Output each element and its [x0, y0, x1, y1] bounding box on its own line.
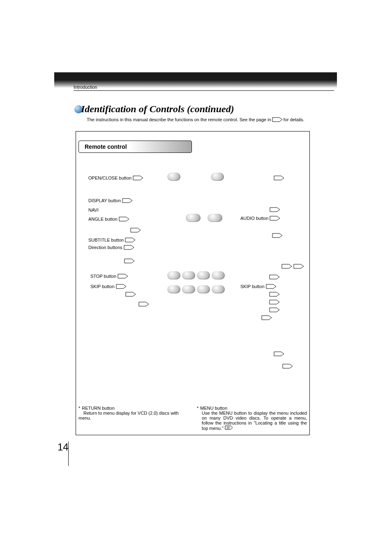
page-ref-icon	[138, 302, 149, 307]
page-ref-icon	[125, 292, 136, 297]
label-skip-right-text: SKIP button	[240, 284, 265, 289]
page-ref-icon	[272, 233, 283, 238]
label-navi-text: NAVI	[88, 208, 99, 212]
label-skip-left: SKIP button	[90, 284, 127, 289]
label-audio: AUDIO button	[240, 216, 280, 221]
label-angle: ANGLE button	[88, 217, 129, 222]
page-ref-icon	[269, 300, 280, 305]
page-ref-lone-3	[125, 292, 136, 297]
page-ref-icon	[282, 364, 293, 369]
label-stop: STOP button	[90, 274, 128, 279]
page-ref-icon	[118, 274, 128, 279]
footnote-menu-body: Use the MENU button to display the menu …	[202, 411, 307, 431]
label-open-close-text: OPEN/CLOSE button	[88, 175, 131, 180]
page-ref-right-pair	[281, 264, 304, 269]
label-display-text: DISPLAY button	[88, 198, 121, 203]
page-title-wrap: Identification of Controls (continued)	[74, 104, 234, 115]
page-ref-icon	[124, 245, 134, 250]
page-ref-lone-4	[138, 302, 149, 307]
remote-button-icon	[186, 214, 201, 222]
label-skip-right: SKIP button	[240, 284, 277, 289]
page-ref-lone-1	[130, 228, 141, 233]
page-number-divider	[68, 441, 69, 466]
label-subtitle-text: SUBTITLE button	[88, 238, 124, 242]
page-ref-icon	[261, 315, 272, 320]
intro-text: The instructions in this manual describe…	[87, 117, 304, 122]
remote-button-icon	[167, 285, 180, 293]
page-ref-icon	[269, 275, 280, 279]
remote-button-icon	[212, 271, 225, 279]
label-stop-text: STOP button	[90, 274, 116, 279]
footnote-return-body: Return to menu display for VCD (2.0) dis…	[78, 411, 179, 420]
page-ref-icon	[281, 264, 292, 269]
section-label: Introduction	[74, 85, 97, 90]
footnote-return: * RETURN button Return to menu display f…	[78, 406, 189, 431]
page-ref-icon	[293, 264, 304, 269]
page-ref-icon	[124, 259, 135, 263]
page-ref-right-9	[274, 351, 284, 356]
remote-button-icon	[208, 214, 222, 222]
page-ref-right-8	[261, 315, 272, 320]
page-ref-30-icon: 30	[225, 425, 233, 430]
remote-button-icon	[212, 285, 225, 293]
label-angle-text: ANGLE button	[88, 217, 118, 222]
footnote-star: *	[78, 406, 80, 411]
label-skip-left-text: SKIP button	[90, 284, 115, 289]
remote-button-icon	[197, 271, 210, 279]
label-navi: NAVI	[88, 208, 99, 212]
page-ref-icon	[274, 175, 284, 180]
page-ref-icon	[122, 198, 133, 203]
page-ref-icon	[116, 284, 127, 289]
footnote-menu: * MENU button Use the MENU button to dis…	[197, 406, 307, 431]
page-ref-icon	[270, 216, 280, 221]
page-ref-right-7	[269, 307, 280, 312]
label-direction-text: Direction buttons	[88, 245, 122, 250]
label-display: DISPLAY button	[88, 198, 133, 203]
intro-a: The instructions in this manual describe…	[87, 117, 271, 122]
intro-b: for details.	[284, 117, 304, 122]
page-number: 14	[58, 441, 69, 453]
label-open-close: OPEN/CLOSE button	[88, 175, 143, 180]
page-title: Identification of Controls (continued)	[81, 104, 234, 115]
page-ref-right-4	[269, 275, 280, 279]
remote-button-icon	[182, 285, 195, 293]
remote-control-box: Remote control OPEN/CLOSE button DISPLAY…	[76, 131, 310, 435]
page-ref-icon	[274, 351, 284, 356]
page-ref-right-2	[270, 207, 280, 212]
svg-text:30: 30	[226, 426, 230, 429]
remote-button-icon	[167, 173, 180, 181]
page-ref-icon	[269, 292, 280, 297]
footnote-return-head: RETURN button	[82, 406, 114, 411]
label-direction: Direction buttons	[88, 245, 134, 250]
box-title: Remote control	[85, 143, 127, 150]
label-audio-text: AUDIO button	[240, 216, 268, 221]
page-ref-right-1	[274, 175, 284, 180]
remote-button-icon	[197, 285, 210, 293]
page-ref-icon	[266, 284, 277, 289]
page-ref-right-10	[282, 364, 293, 369]
page-ref-icon	[130, 228, 141, 233]
page-ref-icon	[272, 117, 283, 122]
remote-button-icon	[182, 271, 195, 279]
footnotes: * RETURN button Return to menu display f…	[78, 406, 307, 431]
page-ref-icon	[269, 307, 280, 312]
footnote-menu-head: MENU button	[200, 406, 227, 411]
remote-button-icon	[167, 271, 180, 279]
footnote-star: *	[197, 406, 198, 411]
label-subtitle: SUBTITLE button	[88, 238, 136, 242]
page-ref-right-5	[269, 292, 280, 297]
page-ref-right-6	[269, 300, 280, 305]
divider	[74, 90, 334, 91]
page-ref-icon	[125, 238, 136, 242]
page-ref-icon	[270, 207, 280, 212]
page-ref-lone-2	[124, 259, 135, 263]
page-ref-right-3	[272, 233, 283, 238]
page-ref-icon	[133, 175, 143, 180]
page-ref-icon	[119, 217, 129, 222]
remote-button-icon	[211, 173, 224, 181]
box-title-bar: Remote control	[78, 141, 192, 153]
